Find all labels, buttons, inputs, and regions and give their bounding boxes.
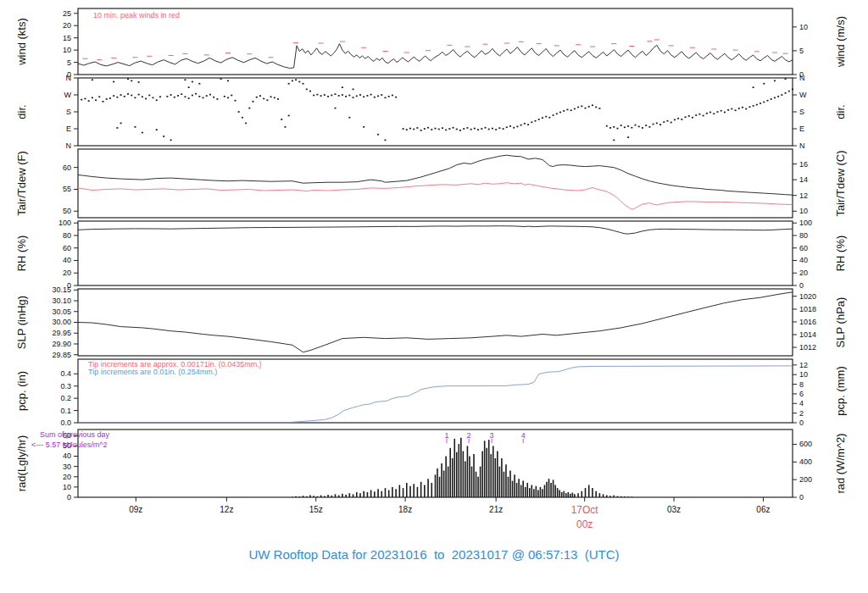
wind_direction-point xyxy=(198,83,200,85)
wind_direction-point xyxy=(403,128,404,130)
wind_direction-point xyxy=(270,96,272,97)
wind_direction-point xyxy=(348,117,350,119)
axis-label-right: RH (%) xyxy=(834,236,847,272)
wind_direction-point xyxy=(392,95,393,97)
wind_direction-point xyxy=(306,89,308,91)
day-break-label-date: 17Oct xyxy=(571,504,599,516)
wind_direction-point xyxy=(138,94,140,96)
wind_direction-point xyxy=(81,99,82,101)
wind_direction-point xyxy=(548,117,550,119)
wind_direction-point xyxy=(721,110,722,112)
wind_direction-point xyxy=(134,97,136,99)
axis-label-right: dir. xyxy=(834,104,847,119)
wind_direction-point xyxy=(631,127,632,129)
pcp-panel: 0.00.10.20.30.4024681012pcp. (in)pcp. (m… xyxy=(15,359,847,427)
dir-panel: NESWNNESWNdir.dir. xyxy=(15,74,847,150)
x-axis: 09z12z15z18z21z03z06z17Oct00z xyxy=(129,497,770,530)
wind_direction-point xyxy=(781,94,782,96)
y-tick-label-left: 30 xyxy=(63,463,71,471)
y-tick-label-right: 0 xyxy=(799,418,804,427)
x-tick-label: 03z xyxy=(667,505,681,514)
y-tick-label-left: 30.00 xyxy=(52,318,71,326)
wind_direction-point xyxy=(384,140,386,141)
wind_direction-point xyxy=(84,98,86,100)
wind_direction-point xyxy=(492,128,493,130)
wind_direction-point xyxy=(563,110,565,112)
wind_direction-point xyxy=(259,95,261,97)
wind_direction-point xyxy=(756,104,758,106)
y-tick-label-left: 30.05 xyxy=(52,308,71,316)
wind_direction-point xyxy=(156,99,158,101)
wind_direction-point xyxy=(292,80,293,82)
wind_direction-point xyxy=(342,86,343,88)
slp-panel-border xyxy=(78,289,793,356)
wind_direction-point xyxy=(559,112,561,114)
y-tick-label-right: N xyxy=(799,74,805,82)
wind_direction-point xyxy=(298,81,300,83)
y-tick-label-right: 6 xyxy=(799,390,804,398)
wind_direction-point xyxy=(648,126,650,128)
wind_direction-point xyxy=(134,126,136,128)
y-tick-label-left: 40 xyxy=(63,256,71,264)
wind_direction-point xyxy=(788,91,790,92)
wind_direction-point xyxy=(481,128,482,130)
axis-label-right: Tair/Tdew (C) xyxy=(834,150,847,216)
wind_direction-point xyxy=(659,124,661,125)
wind_direction-point xyxy=(524,123,526,125)
y-tick-label-right: 12 xyxy=(799,191,808,200)
wind_direction-point xyxy=(581,106,582,108)
wind_direction-point xyxy=(556,113,558,114)
y-tick-label-left: W xyxy=(64,91,72,99)
y-tick-label-right: 1020 xyxy=(799,292,816,301)
wind-annotation-1: 10 min. peak winds in red xyxy=(93,11,180,19)
axis-label-left: RH (%) xyxy=(15,236,28,272)
wind_direction-point xyxy=(242,117,243,119)
wind_direction-point xyxy=(363,96,364,97)
y-tick-label-right: E xyxy=(799,125,804,133)
wind_direction-point xyxy=(124,96,125,97)
wind_direction-point xyxy=(627,125,629,127)
y-tick-label-right: W xyxy=(799,91,807,99)
wind_direction-point xyxy=(656,123,658,125)
wind_direction-point xyxy=(320,95,322,97)
wind_direction-point xyxy=(416,127,418,129)
wind_direction-point xyxy=(613,126,615,128)
wind_direction-point xyxy=(738,108,740,109)
wind_direction-point xyxy=(777,96,779,97)
wind_direction-point xyxy=(248,108,250,109)
y-tick-label-right: 1012 xyxy=(799,343,816,352)
axis-label-left: SLP (inHg) xyxy=(15,296,28,349)
wind_direction-point xyxy=(274,97,275,99)
y-tick-label-right: S xyxy=(799,108,804,116)
wind_direction-point xyxy=(792,89,793,91)
wind_direction-point xyxy=(531,121,532,123)
wind_direction-point xyxy=(745,108,747,110)
wind_direction-point xyxy=(303,83,304,85)
wind_direction-point xyxy=(488,129,490,130)
wind_direction-point xyxy=(709,112,711,114)
wind_direction-point xyxy=(624,126,626,128)
y-tick-label-left: 30.10 xyxy=(52,296,71,305)
rad-panel: 01020304050600200400600rad(Lgly/hr)rad (… xyxy=(15,430,847,502)
y-tick-label-left: N xyxy=(66,141,72,150)
x-tick-label: 06z xyxy=(756,505,770,514)
wind_direction-point xyxy=(595,107,597,108)
wind_direction-point xyxy=(716,111,718,113)
wind_direction-point xyxy=(113,81,114,83)
wind_direction-point xyxy=(785,92,787,94)
wind_direction-point xyxy=(295,79,297,80)
wind_direction-point xyxy=(203,97,204,99)
y-tick-label-left: 29.90 xyxy=(52,340,71,348)
wind_direction-point xyxy=(477,129,479,130)
wind_direction-point xyxy=(516,126,518,128)
wind_direction-point xyxy=(334,108,336,109)
wind_direction-point xyxy=(353,89,354,91)
rad-sum-marker: 4 xyxy=(521,431,526,440)
wind_direction-point xyxy=(735,109,737,111)
wind_direction-point xyxy=(695,114,697,116)
x-tick-label: 18z xyxy=(398,505,412,514)
wind_direction-point xyxy=(316,94,318,96)
wind_direction-point xyxy=(170,140,172,141)
wind_direction-point xyxy=(127,78,129,80)
wind_direction-point xyxy=(234,100,236,102)
